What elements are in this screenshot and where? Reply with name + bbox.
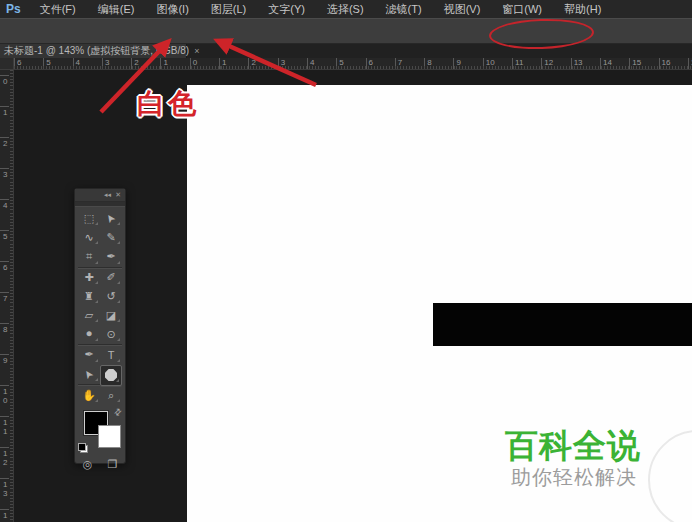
quick-mask-icon[interactable]: ◎ [83,458,93,471]
ruler-number: 9 [0,354,9,385]
menu-item[interactable]: 选择(S) [316,0,375,18]
ruler-number: 0 [0,75,9,106]
menu-item[interactable]: 图层(L) [200,0,257,18]
watermark-title: 百科全说 [505,424,641,469]
menu-item[interactable]: 文字(Y) [257,0,316,18]
menu-item[interactable]: 滤镜(T) [375,0,433,18]
path-selection-tool[interactable]: ➤ [78,365,100,385]
lasso-tool[interactable]: ∿ [78,228,100,247]
ruler-number: 10 [0,385,9,416]
pen-tool[interactable]: ✒ [78,345,100,364]
ruler-number: 8 [0,323,9,354]
ps-logo: Ps [0,2,29,16]
type-tool[interactable]: T [100,345,122,364]
eraser-tool[interactable]: ▱ [78,306,100,325]
toolbox-bottom: ◎ ❐ [75,455,125,475]
dodge-tool[interactable]: ⊙ [100,325,122,345]
polygon-shape-tool[interactable] [100,365,122,386]
tool-icon: ▱ [85,309,93,322]
tool-icon: ✎ [106,231,115,244]
document-tab-title: 未标题-1 @ 143% (虚拟按钮背景, RGB/8) [4,44,189,58]
black-rectangle-shape[interactable] [433,303,692,346]
tool-icon: ➤ [103,211,119,226]
ruler-number: 11 [0,416,9,447]
ruler-number: 4 [0,199,9,230]
brush-tool[interactable]: ✐ [100,268,122,287]
move-tool[interactable]: ➤ [100,209,122,228]
tool-icon [105,369,117,381]
hand-tool[interactable]: ✋ [78,386,100,405]
tool-icon: ⌕ [108,389,114,402]
ruler-corner [0,58,14,70]
ruler-number: 13 [0,478,9,509]
menu-item[interactable]: 图像(I) [145,0,199,18]
white-annotation-label: 白色 [137,85,199,123]
tool-icon: ⌗ [86,250,92,263]
color-swatches: ⇄ [75,407,125,455]
default-colors-icon[interactable] [78,443,88,453]
horizontal-ruler[interactable]: 65432101234567891011121314151617 [14,58,692,70]
background-color-swatch[interactable] [98,425,121,448]
document-tab[interactable]: 未标题-1 @ 143% (虚拟按钮背景, RGB/8) × [0,44,187,58]
menu-items: 文件(F)编辑(E)图像(I)图层(L)文字(Y)选择(S)滤镜(T)视图(V)… [29,0,613,18]
watermark-subtitle: 助你轻松解决 [511,464,637,491]
screen-mode-icon[interactable]: ❐ [107,458,117,471]
toolbox-panel: ◂◂ ✕ ⬚ ➤ ∿ ✎ ⌗ ✒ ✚ ✐ ♜ ↺ [74,188,126,464]
menu-bar: Ps 文件(F)编辑(E)图像(I)图层(L)文字(Y)选择(S)滤镜(T)视图… [0,0,692,18]
tool-icon: ⬚ [84,212,94,225]
vertical-ruler[interactable]: 01234567891011121314 [0,70,14,522]
tool-icon: ↺ [106,290,115,303]
tool-icon: ◪ [106,309,116,322]
close-tab-icon[interactable]: × [194,46,199,56]
ruler-number: 2 [0,137,9,168]
ruler-number: 5 [0,230,9,261]
tool-icon: ✐ [106,271,115,284]
tool-icon: ⚫ [84,328,93,341]
tool-icon: ✒ [106,250,115,263]
tool-icon: ✒ [84,348,93,361]
eyedropper-tool[interactable]: ✒ [100,247,122,267]
tool-icon: ∿ [84,231,93,244]
zoom-tool[interactable]: ⌕ [100,386,122,405]
tool-icon: ♜ [84,290,94,303]
rectangular-marquee-tool[interactable]: ⬚ [78,209,100,228]
ruler-number: 3 [0,168,9,199]
ruler-number: 14 [0,509,9,522]
close-panel-icon[interactable]: ✕ [115,191,121,199]
ruler-number: 6 [0,261,9,292]
menu-item[interactable]: 窗口(W) [491,0,553,18]
ruler-number: 1 [0,106,9,137]
menu-item[interactable]: 文件(F) [29,0,87,18]
tool-icon: ⊙ [106,328,115,341]
tool-icon: ✚ [84,271,93,284]
gradient-tool[interactable]: ◪ [100,306,122,325]
spot-healing-brush-tool[interactable]: ✚ [78,268,100,287]
ruler-ticks [14,66,692,69]
photoshop-window: Ps 文件(F)编辑(E)图像(I)图层(L)文字(Y)选择(S)滤镜(T)视图… [0,0,692,522]
tool-icon: ➤ [81,367,97,382]
collapse-panel-icon[interactable]: ◂◂ [104,191,111,199]
ruler-ticks [10,70,13,522]
ruler-number: 7 [0,292,9,323]
crop-tool[interactable]: ⌗ [78,247,100,267]
clone-stamp-tool[interactable]: ♜ [78,287,100,306]
tab-bar: 未标题-1 @ 143% (虚拟按钮背景, RGB/8) × [0,44,692,58]
history-brush-tool[interactable]: ↺ [100,287,122,306]
menu-item[interactable]: 帮助(H) [553,0,612,18]
tool-icon: ✋ [82,389,96,402]
toolbox-header[interactable]: ◂◂ ✕ [75,189,125,202]
swap-colors-icon[interactable]: ⇄ [112,406,124,418]
ruler-number: 12 [0,447,9,478]
quick-selection-tool[interactable]: ✎ [100,228,122,247]
tool-icon: T [108,349,115,361]
tool-grid: ⬚ ➤ ∿ ✎ ⌗ ✒ ✚ ✐ ♜ ↺ ▱ ◪ [75,207,125,407]
options-bar [0,18,692,44]
menu-item[interactable]: 视图(V) [433,0,492,18]
blur-tool[interactable]: ⚫ [78,325,100,345]
menu-item[interactable]: 编辑(E) [87,0,146,18]
